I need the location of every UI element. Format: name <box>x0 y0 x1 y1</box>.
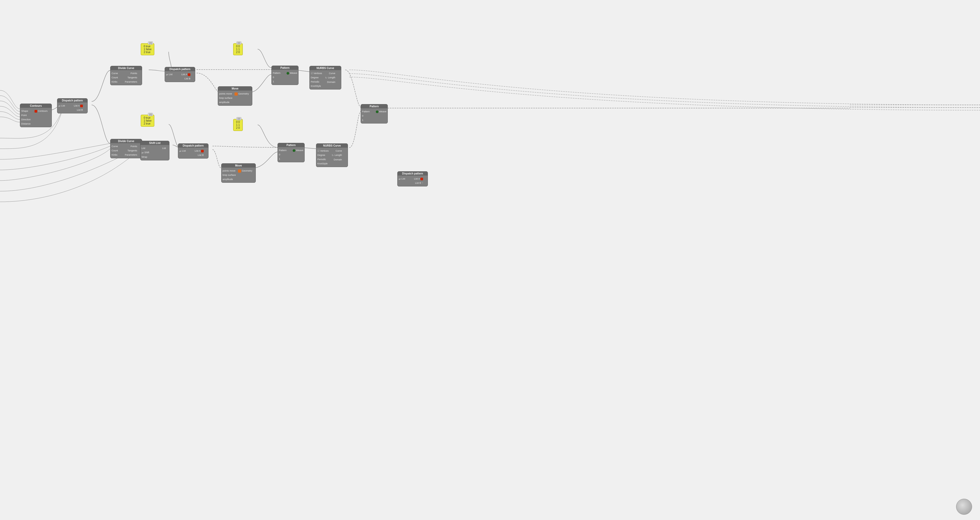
icon-orange-geo <box>234 92 238 95</box>
divide-curve-bot-node[interactable]: Divide Curve Curve Count Kinks Points Ta… <box>110 139 142 158</box>
port-geometry-out: Geometry <box>234 92 249 95</box>
port-listb-d2-out: List B ? <box>415 181 423 185</box>
port-parameters-out: Parameters <box>125 80 137 84</box>
dispatch-top-node[interactable]: Dispatch pattern ⇄ List List A List B <box>165 67 195 82</box>
port-contours-out: Contours <box>35 109 48 113</box>
port-count-bot-in: Count <box>111 149 123 153</box>
badge-top: (0) <box>148 41 153 45</box>
shift-list-node[interactable]: Shift List List ⇄ Shift Wrap List <box>140 141 169 161</box>
dispatch-mid-header: Dispatch pattern <box>57 99 88 102</box>
port-domain-out: Domain <box>327 80 336 84</box>
contours-header: Contours <box>20 104 51 108</box>
num-pattern-top-node[interactable]: (0) 0 0 1 1 2 0 <box>233 43 243 55</box>
bot-val-2-true: 2 true <box>144 122 151 125</box>
port-distance: Distance <box>21 122 32 126</box>
port-pattern-bot-in: Pattern <box>279 148 290 152</box>
port-amplitude: amplitude <box>219 100 232 104</box>
port-count-in: Count <box>111 76 123 80</box>
icon-orange-geo-bot <box>238 169 241 173</box>
dispatch2-top-node[interactable]: Dispatch pattern ⇄ List List A List B ? <box>397 171 428 186</box>
pattern-top-header: Pattern <box>272 66 298 70</box>
nurbs-top-node[interactable]: NURBS Curve ☑ Vertices Degree Periodic K… <box>309 66 341 89</box>
icon-dot-a <box>80 105 83 107</box>
port-pattern-final-in: Pattern <box>362 110 373 113</box>
port-listb-out: List B <box>77 108 83 112</box>
pattern-final-header: Pattern <box>361 104 388 108</box>
port-list-shift-in: List <box>142 146 153 150</box>
port-pts-move: points move <box>219 92 232 95</box>
checkbox-icon: ☑ <box>311 72 313 75</box>
port-lista-d2-out: List A <box>414 177 423 181</box>
contours-node[interactable]: Contours Shape Point Direction Distance … <box>20 103 52 127</box>
dispatch-mid-node[interactable]: Dispatch pattern ⇄ List List A List B <box>57 98 88 113</box>
icon-dot-top-a <box>188 73 191 76</box>
pattern-top-node[interactable]: Pattern Pattern 0 1 Weave <box>271 65 299 85</box>
port-vertices-bot-in: ☑ Vertices <box>317 149 329 153</box>
port-curve-out: Curve <box>329 72 336 75</box>
loop-icon: ↻ <box>325 76 327 79</box>
port-periodic-in: Periodic <box>311 80 322 84</box>
viewport-globe[interactable] <box>956 499 972 515</box>
pattern-bot-header: Pattern <box>278 143 304 147</box>
num-val-0: 0 0 <box>236 45 240 48</box>
port-length-bot-out: ↻ Length <box>332 153 342 157</box>
pattern-bot-node[interactable]: Pattern Pattern 0 1 Weave <box>278 143 305 162</box>
port-pattern-in: Pattern <box>273 71 284 75</box>
bot-val-0-true: 0 true <box>144 116 151 119</box>
port-vertices-in: ☑ Vertices <box>311 72 322 75</box>
port-lista-bot-out: List A <box>195 149 204 153</box>
port-shape: Shape <box>21 109 32 113</box>
dispatch-bot-node[interactable]: Dispatch pattern ⇄ List List A List B <box>178 143 208 159</box>
connections-svg <box>0 0 980 520</box>
port-0-in: 0 <box>273 75 284 79</box>
port-1-in: 1 <box>273 80 284 83</box>
move-top-node[interactable]: Move points move brep surface amplitude … <box>218 86 252 106</box>
port-knotstyle-in: KnotStyle <box>311 84 322 88</box>
bot-val-1-false: 1 false <box>144 119 151 122</box>
port-0-bot-in: 0 <box>279 153 290 156</box>
num-pattern-bot-node[interactable]: (0) 0 0 1 1 2 0 <box>233 119 243 131</box>
nurbs-bot-header: NURBS Curve <box>316 144 348 148</box>
val-1-false: 1 false <box>144 48 151 51</box>
nurbs-top-header: NURBS Curve <box>310 66 341 70</box>
port-points-bot-out: Points <box>130 145 137 148</box>
icon-scissors <box>35 110 37 113</box>
icon-weave-final-green <box>376 110 379 113</box>
divide-curve-top-node[interactable]: Divide Curve Curve Count Kinks Points Ta… <box>110 66 142 85</box>
bool-pattern-top-node[interactable]: (0) 0 true 1 false 2 true <box>141 43 154 55</box>
arrows-icon-d2: ⇄ <box>399 178 401 180</box>
pattern-final-node[interactable]: Pattern Pattern 0 1 Weave <box>361 104 388 124</box>
shift-arrows-icon: ⇄ <box>142 151 144 154</box>
bool-pattern-bot-node[interactable]: (0) 0 true 1 false 2 true <box>141 115 154 127</box>
badge-num-bot: (0) <box>236 117 242 120</box>
port-periodic-bot-in: Periodic <box>317 157 329 161</box>
port-wrap-in: Wrap <box>142 155 153 159</box>
port-list-shift-out: List <box>162 146 166 150</box>
port-1-final-in: 1 <box>362 118 373 122</box>
shift-list-header: Shift List <box>140 141 169 145</box>
icon-weave-green <box>286 72 289 75</box>
port-kinks-in: Kinks <box>111 80 123 84</box>
port-list-in-d2: ⇄ List <box>399 177 410 181</box>
dispatch-top-header: Dispatch pattern <box>165 67 195 71</box>
port-parameters-bot-out: Parameters <box>125 153 137 157</box>
port-degree-in: Degree <box>311 76 322 80</box>
port-curve-bot-out: Curve <box>336 149 342 153</box>
val-0-true: 0 true <box>144 45 151 48</box>
move-bot-node[interactable]: Move points move brep surface amplitude … <box>221 163 256 183</box>
port-tangents-out: Tangents <box>127 76 137 80</box>
nurbs-bot-node[interactable]: NURBS Curve ☑ Vertices Degree Periodic K… <box>316 143 348 167</box>
port-list-in-top: ⇄ List <box>166 73 177 76</box>
badge-bot: (0) <box>148 113 153 116</box>
port-amplitude-bot: amplitude <box>223 177 236 181</box>
port-degree-bot-in: Degree <box>317 153 329 157</box>
port-lista-out: List A <box>74 104 83 108</box>
icon-dot-d2-a <box>420 178 423 180</box>
port-length-out: ↻ Length <box>325 76 335 80</box>
port-pts-move-bot: points move <box>223 169 236 173</box>
icon-weave-bot-green <box>293 149 295 152</box>
port-tangents-bot-out: Tangents <box>127 149 137 153</box>
port-direction: Direction <box>21 118 32 121</box>
port-weave-bot-out: Weave <box>293 148 303 152</box>
port-knotstyle-bot-in: KnotStyle <box>317 162 329 165</box>
